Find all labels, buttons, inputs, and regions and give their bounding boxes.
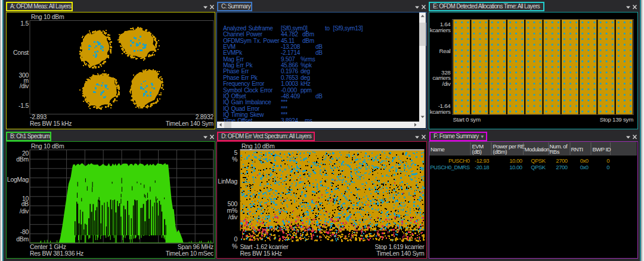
svg-text:TimeLen 140 Sym: TimeLen 140 Sym [166,120,214,127]
svg-text:Res BW 15 kHz: Res BW 15 kHz [30,120,72,127]
svg-text:-80: -80 [20,228,29,235]
svg-text:LinMag: LinMag [218,178,237,185]
svg-text:Rng 10 dBm: Rng 10 dBm [31,13,64,20]
svg-text:LogMag: LogMag [7,176,29,183]
svg-text:dBm: dBm [16,235,29,243]
svg-text:Real: Real [439,48,451,54]
svg-text:kcarriers: kcarriers [430,27,451,33]
svg-text:TimeLen 10 mSec: TimeLen 10 mSec [166,250,213,257]
svg-text:Rng 10 dBm: Rng 10 dBm [242,142,275,150]
svg-text:Const: Const [13,49,29,56]
svg-text:-1.5: -1.5 [18,102,29,109]
svg-text:Stop 1.619 kcarrier: Stop 1.619 kcarrier [374,243,425,250]
svg-text:dBm: dBm [16,156,29,163]
svg-text:/div: /div [20,207,29,215]
svg-text:Res BW 381.936 Hz: Res BW 381.936 Hz [30,250,83,257]
svg-text:Res BW 15 kHz: Res BW 15 kHz [240,250,282,257]
svg-text:Rng 10 dBm: Rng 10 dBm [31,142,64,150]
svg-text:0: 0 [234,235,237,243]
svg-text:/div: /div [228,213,238,220]
svg-text:Start -1.62 kcarrier: Start -1.62 kcarrier [240,243,289,250]
svg-text:%: % [232,243,237,250]
svg-text:1.5: 1.5 [20,20,29,27]
svg-text:TimeLen 140 Sym: TimeLen 140 Sym [376,250,425,257]
svg-text:/div: /div [442,80,450,87]
svg-text:Stop 139 sym: Stop 139 sym [600,116,633,123]
svg-text:kcarriers: kcarriers [430,108,451,115]
svg-text:Start 0 sym: Start 0 sym [453,116,481,123]
svg-text:/div: /div [20,82,29,89]
svg-text:dB: dB [21,200,29,207]
svg-text:%: % [232,156,237,163]
